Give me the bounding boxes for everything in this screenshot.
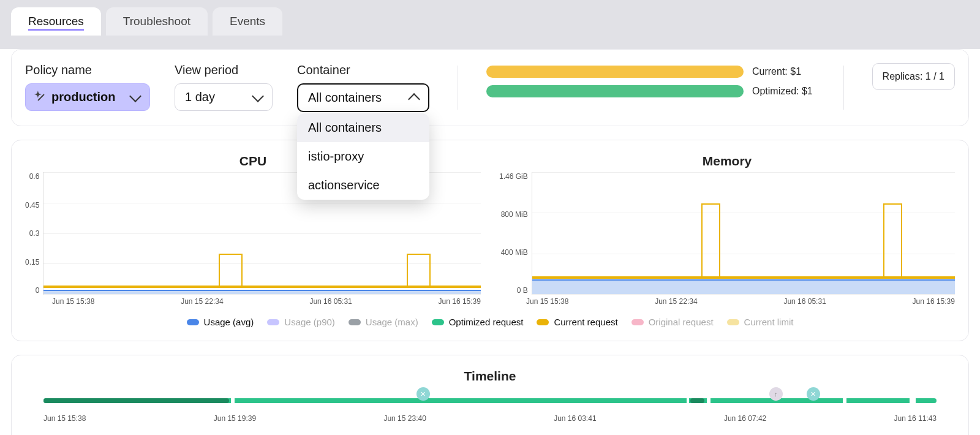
current-request-spike: [701, 203, 720, 279]
wand-icon: [36, 92, 47, 103]
y-axis: 1.46 GiB800 MiB400 MiB0 B: [499, 172, 532, 295]
y-axis: 0.60.450.30.150: [25, 172, 43, 295]
container-dropdown: All containers istio-proxy actionservice: [297, 113, 429, 200]
container-select[interactable]: All containers: [297, 83, 429, 112]
current-request-spike: [883, 203, 902, 279]
legend-item[interactable]: Usage (max): [349, 317, 418, 327]
period-select[interactable]: 1 day: [175, 83, 273, 111]
legend-swatch: [537, 319, 549, 325]
container-label: Container: [297, 63, 429, 77]
timeline-gap: [231, 398, 235, 403]
legend-label: Current request: [554, 317, 617, 327]
chart-legend: Usage (avg)Usage (p90)Usage (max)Optimiz…: [25, 306, 955, 327]
legend-label: Usage (p90): [284, 317, 335, 327]
tab-resources[interactable]: Resources: [11, 7, 101, 36]
eviction-marker-icon[interactable]: ✕: [417, 387, 430, 401]
legend-swatch: [267, 319, 279, 325]
container-filter: Container All containers All containers …: [297, 63, 429, 112]
current-request-spike: [219, 254, 243, 288]
legend-label: Original request: [649, 317, 714, 327]
current-cost-label: Current: $1: [752, 66, 801, 77]
resources-charts-card: CPU0.60.450.30.150Jun 15 15:38Jun 15 22:…: [11, 140, 969, 341]
current-cost-bar: [486, 66, 744, 78]
legend-label: Usage (max): [366, 317, 418, 327]
plot-area[interactable]: [532, 172, 955, 295]
legend-item[interactable]: Current request: [537, 317, 617, 327]
timeline-card: Timeline ✕↑✕ Jun 15 15:38Jun 15 19:39Jun…: [11, 355, 969, 435]
usage-avg-series: [532, 279, 955, 294]
tab-troubleshoot[interactable]: Troubleshoot: [106, 7, 208, 36]
timeline-bar[interactable]: ✕↑✕: [43, 392, 937, 409]
tab-events[interactable]: Events: [213, 7, 282, 36]
divider: [458, 66, 458, 110]
x-axis: Jun 15 15:38Jun 15 22:34Jun 16 05:31Jun …: [25, 295, 481, 306]
timeline-title: Timeline: [25, 369, 955, 384]
legend-swatch: [187, 319, 199, 325]
legend-item[interactable]: Usage (avg): [187, 317, 254, 327]
legend-label: Usage (avg): [204, 317, 254, 327]
timeline-gap: [843, 398, 846, 403]
timeline-gap: [687, 398, 689, 403]
policy-label: Policy name: [25, 63, 150, 77]
current-request-spike: [407, 254, 431, 288]
container-option[interactable]: All containers: [297, 113, 429, 142]
timeline-legend: AutomatedCPU fast reactionMemory fast re…: [25, 423, 955, 435]
legend-swatch: [432, 319, 444, 325]
legend-item[interactable]: Optimized request: [432, 317, 524, 327]
filters-card: Policy name production View period 1 day…: [11, 49, 969, 126]
legend-swatch: [349, 319, 361, 325]
chevron-down-icon: [129, 90, 141, 102]
timeline-x-axis: Jun 15 15:38Jun 15 19:39Jun 15 23:40Jun …: [43, 414, 937, 423]
legend-swatch: [631, 319, 644, 325]
legend-item[interactable]: Original request: [631, 317, 714, 327]
timeline-segment-cpu-fast: [43, 398, 229, 403]
memory-chart: Memory1.46 GiB800 MiB400 MiB0 BJun 15 15…: [499, 154, 955, 306]
replicas-pill: Replicas: 1 / 1: [872, 63, 955, 90]
divider: [843, 66, 844, 110]
legend-label: Optimized request: [449, 317, 524, 327]
legend-item[interactable]: Usage (p90): [267, 317, 335, 327]
legend-swatch: [727, 319, 739, 325]
timeline-segment-cpu-fast: [690, 398, 704, 403]
x-axis: Jun 15 15:38Jun 15 22:34Jun 16 05:31Jun …: [499, 295, 955, 306]
policy-select[interactable]: production: [25, 83, 150, 111]
legend-item[interactable]: Current limit: [727, 317, 794, 327]
timeline-gap: [707, 398, 710, 403]
legend-label: Current limit: [744, 317, 794, 327]
usage-avg-series: [43, 290, 481, 294]
policy-filter: Policy name production: [25, 63, 150, 111]
tab-strip: Resources Troubleshoot Events: [0, 0, 980, 36]
container-option[interactable]: istio-proxy: [297, 142, 429, 171]
chevron-up-icon: [408, 93, 420, 105]
chart-title: Memory: [499, 154, 955, 168]
chevron-down-icon: [252, 90, 264, 102]
timeline-gap: [910, 398, 916, 403]
period-label: View period: [175, 63, 273, 77]
optimized-cost-bar: [486, 85, 744, 97]
cost-summary: Current: $1 Optimized: $1: [486, 63, 815, 97]
container-option[interactable]: actionservice: [297, 171, 429, 200]
eviction-marker-icon[interactable]: ✕: [807, 387, 820, 401]
optimized-cost-label: Optimized: $1: [752, 86, 813, 97]
up-marker-icon[interactable]: ↑: [769, 387, 783, 401]
period-filter: View period 1 day: [175, 63, 273, 111]
